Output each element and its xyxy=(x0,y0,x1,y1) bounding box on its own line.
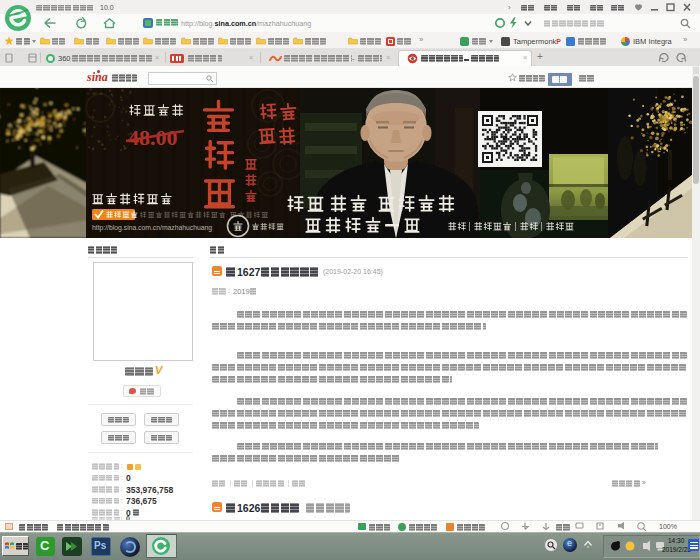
svg-text:http://blog.sina.com.cn/mazhah: http://blog.sina.com.cn/mazhahuchuang xyxy=(92,224,212,232)
